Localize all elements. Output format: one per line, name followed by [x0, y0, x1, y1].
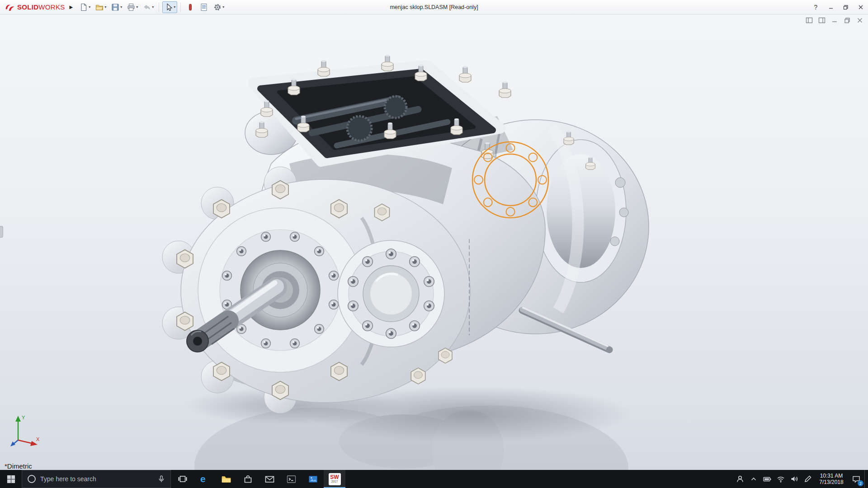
dropdown-caret[interactable]: ▾: [174, 5, 175, 9]
wifi-icon: [776, 474, 785, 483]
model-canvas[interactable]: [0, 14, 868, 470]
print-icon: [127, 3, 136, 12]
new-document-button[interactable]: ▾: [77, 1, 92, 13]
doc-close-icon[interactable]: [856, 17, 863, 24]
file-report-button[interactable]: [198, 1, 210, 13]
select-cursor-icon: [164, 3, 173, 12]
hidden-icons-button[interactable]: [747, 470, 760, 488]
split-pane-icon[interactable]: [806, 17, 813, 24]
toolbar-separator: [159, 3, 159, 12]
dropdown-caret[interactable]: ▾: [120, 5, 122, 9]
battery-status[interactable]: [760, 470, 774, 488]
save-button[interactable]: ▾: [109, 1, 124, 13]
task-view-button[interactable]: [172, 470, 193, 488]
terminal-icon: [286, 474, 297, 484]
record-icon: [186, 3, 195, 12]
pen-icon: [803, 474, 812, 483]
taskbar-app-store[interactable]: [237, 470, 259, 488]
quick-access-toolbar: ▾ ▾ ▾ ▾: [77, 1, 226, 13]
print-button[interactable]: ▾: [125, 1, 140, 13]
solidworks-app-icon: SW 2017: [329, 473, 341, 485]
photos-icon: [308, 474, 318, 484]
logo-text-solid: SOLID: [17, 3, 38, 11]
svg-text:e: e: [200, 474, 206, 484]
people-icon: [736, 474, 745, 483]
clock-time: 10:31 AM: [820, 473, 843, 479]
options-gear-icon: [213, 3, 222, 12]
search-input[interactable]: [40, 475, 153, 483]
undo-button[interactable]: ▾: [141, 1, 156, 13]
save-floppy-icon: [111, 3, 120, 12]
people-button[interactable]: [733, 470, 747, 488]
undo-icon: [142, 3, 151, 12]
options-button[interactable]: ▾: [211, 1, 226, 13]
view-orientation-label: *Dimetric: [5, 462, 32, 470]
orientation-triad: Y X: [10, 412, 42, 448]
doc-minimize-icon[interactable]: [831, 17, 838, 24]
middle-flange[interactable]: [338, 240, 444, 347]
taskbar-app-mail[interactable]: [259, 470, 280, 488]
triad-y-axis: Y: [15, 415, 25, 440]
close-icon: [858, 5, 863, 10]
swap-pane-icon[interactable]: [818, 17, 826, 24]
taskbar-app-solidworks[interactable]: SW 2017: [324, 470, 345, 488]
dropdown-caret[interactable]: ▾: [89, 5, 90, 9]
edge-icon: e: [199, 474, 210, 484]
dropdown-caret[interactable]: ▾: [104, 5, 106, 9]
minimize-button[interactable]: [823, 0, 838, 14]
notification-badge: 2: [858, 480, 863, 486]
dropdown-caret[interactable]: ▾: [222, 5, 224, 9]
action-center-button[interactable]: 2: [848, 470, 864, 488]
doc-restore-icon[interactable]: [844, 17, 851, 24]
network-status[interactable]: [774, 470, 788, 488]
windows-taskbar: e: [0, 470, 868, 488]
pinned-apps: e: [172, 470, 345, 488]
taskbar-app-edge[interactable]: e: [193, 470, 215, 488]
taskbar-app-terminal[interactable]: [280, 470, 302, 488]
ds-logo-icon: [5, 3, 15, 11]
dropdown-caret[interactable]: ▾: [152, 5, 154, 9]
file-report-icon: [199, 3, 208, 12]
document-window-controls: [806, 17, 863, 24]
logo-text-works: WORKS: [38, 3, 65, 11]
file-explorer-icon: [221, 474, 231, 484]
taskbar-clock[interactable]: 10:31 AM 7/13/2018: [815, 470, 848, 488]
volume-control[interactable]: [788, 470, 801, 488]
open-button[interactable]: ▾: [93, 1, 108, 13]
triad-x-axis: X: [18, 436, 40, 446]
close-button[interactable]: [853, 0, 868, 14]
store-icon: [243, 474, 253, 484]
cortana-icon: [27, 474, 37, 484]
toolbar-separator: [180, 3, 181, 12]
document-title: menjac sklop.SLDASM [Read-only]: [390, 4, 478, 10]
clock-date: 7/13/2018: [819, 479, 843, 485]
minimize-icon: [828, 5, 834, 10]
svg-text:X: X: [36, 436, 40, 442]
taskbar-search[interactable]: [22, 470, 171, 488]
solidworks-logo: SOLIDWORKS: [0, 3, 68, 11]
windows-logo-icon: [6, 474, 16, 484]
task-view-icon: [178, 474, 188, 484]
restore-icon: [843, 5, 849, 10]
taskbar-app-file-explorer[interactable]: [215, 470, 237, 488]
taskbar-app-photos[interactable]: [302, 470, 324, 488]
triad-z-axis: [10, 440, 18, 446]
dropdown-caret[interactable]: ▾: [136, 5, 138, 9]
menu-expand-arrow[interactable]: ▶: [68, 5, 78, 9]
select-tool-button[interactable]: ▾: [162, 1, 177, 13]
open-folder-icon: [95, 3, 104, 12]
show-desktop-button[interactable]: [864, 470, 868, 488]
battery-icon: [763, 474, 772, 483]
record-button[interactable]: [184, 1, 197, 13]
restore-button[interactable]: [838, 0, 853, 14]
microphone-icon[interactable]: [157, 474, 166, 484]
system-tray: 10:31 AM 7/13/2018 2: [733, 470, 868, 488]
help-button[interactable]: ?: [808, 0, 823, 14]
app-titlebar: SOLIDWORKS ▶ ▾ ▾ ▾: [0, 0, 868, 14]
volume-icon: [790, 474, 799, 483]
svg-text:Y: Y: [22, 415, 25, 420]
graphics-viewport[interactable]: Y X *Dimetric: [0, 14, 868, 470]
windows-ink-button[interactable]: [801, 470, 815, 488]
window-controls: ?: [808, 0, 868, 14]
start-button[interactable]: [0, 470, 22, 488]
